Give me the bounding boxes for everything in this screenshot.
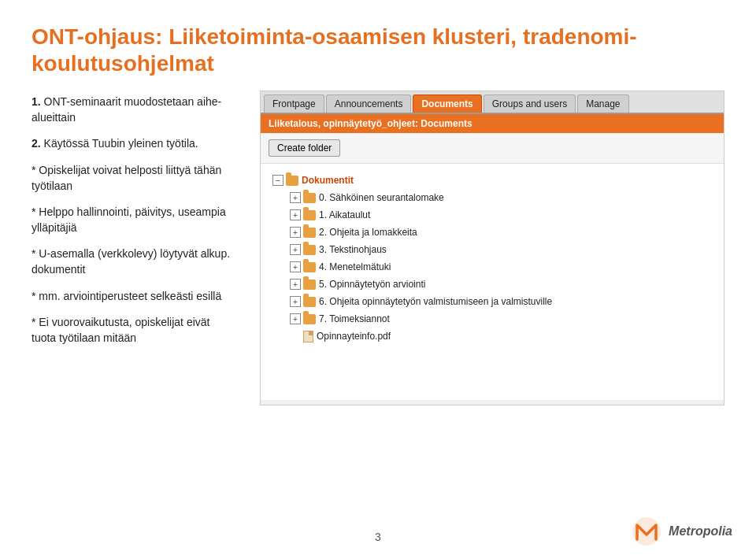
tree-item-5: + 5. Opinnäytetyön arviointi	[290, 276, 712, 293]
toggle-3[interactable]: +	[290, 244, 301, 255]
tree-item-4: + 4. Menetelmätuki	[290, 258, 712, 276]
folder-icon-6	[303, 297, 316, 307]
label-0: 0. Sähköinen seurantalomake	[319, 191, 444, 205]
root-folder-icon	[286, 176, 298, 186]
file-tree: − Dokumentit + 0. Sähköinen seurantaloma…	[261, 164, 724, 400]
label-3: 3. Tekstinohjaus	[319, 242, 387, 257]
tab-documents[interactable]: Documents	[413, 94, 481, 113]
list-item-3: * Opiskelijat voivat helposti liittyä tä…	[32, 163, 236, 194]
tab-frontpage[interactable]: Frontpage	[264, 94, 324, 113]
logo-area: Metropolia	[631, 516, 732, 547]
label-1: 1. Aikataulut	[319, 208, 370, 222]
breadcrumb-bar: Liiketalous, opinnäytetyö_ohjeet: Docume…	[261, 114, 724, 133]
list-item-1: 1. ONT-seminaarit muodostetaan aihe-alue…	[32, 94, 236, 125]
tree-item-2: + 2. Ohjeita ja lomakkeita	[290, 224, 712, 241]
tree-item-1: + 1. Aikataulut	[290, 206, 712, 224]
toggle-5[interactable]: +	[290, 279, 301, 290]
tab-groups-and-users[interactable]: Groups and users	[484, 94, 576, 113]
toggle-1[interactable]: +	[290, 209, 301, 220]
title-section: ONT-ohjaus: Liiketoiminta-osaamisen klus…	[32, 24, 724, 76]
toggle-0[interactable]: +	[290, 192, 301, 203]
left-column: 1. ONT-seminaarit muodostetaan aihe-alue…	[32, 91, 236, 357]
title-line1: ONT-ohjaus: Liiketoiminta-osaamisen klus…	[32, 24, 637, 49]
content-area: 1. ONT-seminaarit muodostetaan aihe-alue…	[32, 91, 724, 405]
label-4: 4. Menetelmätuki	[319, 260, 391, 274]
tree-root-item: − Dokumentit	[272, 172, 712, 189]
folder-icon-1	[303, 210, 316, 220]
tree-item-6: + 6. Ohjeita opinnäytetyön valmistumisee…	[290, 293, 712, 310]
label-2: 2. Ohjeita ja lomakkeita	[319, 225, 417, 239]
logo-text: Metropolia	[669, 524, 732, 539]
title-line2: koulutusohjelmat	[32, 51, 214, 76]
folder-icon-3	[303, 245, 316, 255]
toggle-2[interactable]: +	[290, 227, 301, 238]
folder-icon-0	[303, 193, 316, 203]
label-6: 6. Ohjeita opinnäytetyön valmistumiseen …	[319, 294, 552, 309]
list-item-6: * mm. arviointiperusteet selkeästi esill…	[32, 289, 236, 305]
toggle-7[interactable]: +	[290, 313, 301, 324]
metropolia-logo-icon	[631, 516, 662, 547]
tree-toggle-root[interactable]: −	[272, 175, 284, 186]
folder-icon-2	[303, 228, 316, 238]
tree-item-3: + 3. Tekstinohjaus	[290, 241, 712, 258]
list-item-5: * U-asemalla (verkkolevy) löytyvät alkup…	[32, 246, 236, 277]
right-column: Frontpage Announcements Documents Groups…	[260, 91, 724, 405]
tree-children: + 0. Sähköinen seurantalomake + 1. Aikat…	[272, 189, 712, 345]
tree-item-7: + 7. Toimeksiannot	[290, 310, 712, 328]
toggle-6[interactable]: +	[290, 296, 301, 307]
list-item-7: * Ei vuorovaikutusta, opiskelijat eivät …	[32, 315, 236, 346]
folder-icon-4	[303, 262, 316, 272]
create-folder-button[interactable]: Create folder	[269, 139, 340, 157]
tab-announcements[interactable]: Announcements	[326, 94, 412, 113]
folder-icon-7	[303, 314, 316, 324]
folder-icon-5	[303, 280, 316, 290]
breadcrumb-text: Liiketalous, opinnäytetyö_ohjeet: Docume…	[269, 118, 472, 129]
list-item-4: * Helppo hallinnointi, päivitys, useampi…	[32, 205, 236, 235]
toolbar: Create folder	[261, 133, 724, 164]
list-item-2: 2. Käytössä Tuubin yleinen työtila.	[32, 136, 236, 152]
file-icon-pdf	[303, 331, 313, 342]
tree-root-label: Dokumentit	[302, 173, 354, 187]
tree-item-pdf: Opinnayteinfo.pdf	[290, 328, 712, 345]
main-title: ONT-ohjaus: Liiketoiminta-osaamisen klus…	[32, 24, 724, 76]
tab-manage[interactable]: Manage	[577, 94, 628, 113]
label-5: 5. Opinnäytetyön arviointi	[319, 277, 425, 291]
label-pdf: Opinnayteinfo.pdf	[317, 329, 391, 343]
label-7: 7. Toimeksiannot	[319, 312, 390, 326]
page-container: ONT-ohjaus: Liiketoiminta-osaamisen klus…	[0, 0, 756, 559]
nav-tabs: Frontpage Announcements Documents Groups…	[261, 91, 724, 114]
tree-item-0: + 0. Sähköinen seurantalomake	[290, 189, 712, 206]
page-number: 3	[375, 531, 381, 543]
toggle-4[interactable]: +	[290, 261, 301, 272]
